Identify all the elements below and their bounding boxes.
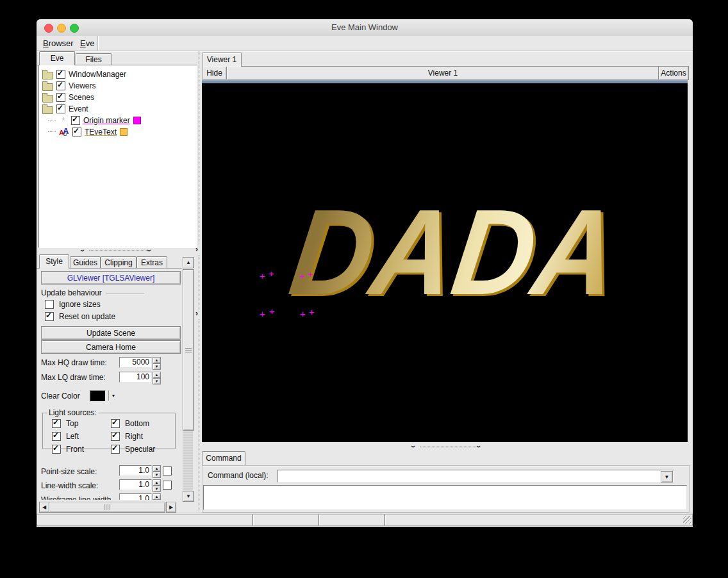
light-front-checkbox[interactable]: ✓Front [52,445,84,454]
max-hq-label: Max HQ draw time: [41,358,107,368]
status-segment [318,514,385,526]
menu-browser[interactable]: Browser [40,38,76,49]
tree-item-tevetext[interactable]: A A Ω ✓ TEveText [39,126,196,138]
tab-extras[interactable]: Extras [136,256,167,268]
update-scene-button[interactable]: Update Scene [41,326,181,340]
tab-files[interactable]: Files [76,53,112,65]
status-segment [37,514,252,526]
max-lq-spinner[interactable]: 100 ▲▼ [119,372,161,384]
command-panel: Command (local): ▼ [202,465,690,513]
tree-item-scenes[interactable]: ✓ Scenes [39,92,196,103]
scene-text: DADA [284,191,625,313]
command-combo[interactable]: ▼ [277,470,674,483]
spinner-up-icon[interactable]: ▲ [153,372,161,378]
light-bottom-checkbox[interactable]: ✓Bottom [111,419,149,428]
light-specular-checkbox[interactable]: ✓Specular [111,445,155,454]
spinner-down-icon[interactable]: ▼ [153,472,161,478]
line-width-auto-checkbox[interactable]: ✓ [163,481,172,490]
hide-button[interactable]: Hide [202,66,227,80]
tree-item-viewers[interactable]: ✓ Viewers [39,80,196,92]
combo-dropdown-icon[interactable]: ▼ [661,471,673,483]
scroll-right-icon[interactable]: ▶ [166,502,176,513]
spinner-down-icon[interactable]: ▼ [153,486,161,492]
tab-command[interactable]: Command [202,451,245,465]
viewer-title-bar[interactable]: Viewer 1 [226,66,659,80]
tree-checkbox[interactable]: ✓ [56,104,65,113]
spinner-up-icon[interactable]: ▲ [153,479,161,486]
scroll-down-icon[interactable]: ▼ [183,491,194,502]
panel-splitter[interactable] [199,51,199,244]
spinner-down-icon[interactable]: ▼ [153,363,161,370]
splitter-chevron-down-icon[interactable]: › [79,249,86,252]
light-top-checkbox[interactable]: ✓Top [52,419,78,428]
tree-item-origin-marker[interactable]: * ✓ Origin marker [39,115,196,126]
tab-guides[interactable]: Guides [70,256,101,268]
tree-checkbox[interactable]: ✓ [71,116,80,125]
camera-home-button[interactable]: Camera Home [41,340,181,354]
gl-viewport[interactable]: DADA DADA + + + + + + + + [202,83,688,442]
light-left-checkbox[interactable]: ✓Left [52,432,79,441]
cross-marker-icon: + [260,273,265,279]
folder-icon [42,83,53,91]
viewer-title: Viewer 1 [428,69,458,78]
tree-connector [48,120,56,121]
tab-style[interactable]: Style [39,254,69,268]
tab-clipping[interactable]: Clipping [101,256,136,268]
spinner-down-icon[interactable]: ▼ [153,378,161,384]
cross-marker-icon: + [308,271,313,277]
tree-item-windowmanager[interactable]: ✓ WindowManager [39,69,196,80]
reset-on-update-checkbox[interactable]: ✓ Reset on update [45,312,115,321]
splitter-dotted-line[interactable] [420,447,476,447]
spinner-up-icon[interactable]: ▲ [153,465,161,472]
tree-checkbox[interactable]: ✓ [56,81,65,90]
clear-color-swatch[interactable] [90,390,106,402]
title-bar: Eve Main Window [37,19,693,37]
vertical-scrollbar-thumb[interactable] [183,269,194,431]
tree-item-label: Event [69,104,88,113]
max-hq-spinner[interactable]: 5000 ▲▼ [119,357,161,370]
tab-viewer-1[interactable]: Viewer 1 [202,53,242,67]
tree-item-event[interactable]: ✓ Event [39,103,196,115]
tree-checkbox[interactable]: ✓ [56,70,65,79]
tree-connector [48,131,56,133]
point-size-spinner[interactable]: 1.0 ▲▼ [119,465,161,478]
spinner-up-icon[interactable]: ▲ [153,493,161,500]
ignore-sizes-checkbox[interactable]: ✓ Ignore sizes [45,300,101,309]
status-bar [37,513,693,526]
command-input[interactable] [278,470,664,482]
actions-button[interactable]: Actions [658,66,689,80]
wireframe-spinner[interactable]: 1.0 ▲▼ [119,493,161,500]
splitter-chevron-right-icon[interactable]: › [195,310,198,317]
tab-eve[interactable]: Eve [39,51,75,65]
tree-item-label: TEveText [85,128,117,136]
folder-icon [42,95,53,103]
viewer-tabline [202,66,688,67]
resize-grip-icon[interactable] [683,516,691,524]
line-width-spinner[interactable]: 1.0 ▲▼ [119,479,161,492]
splitter-chevron-right-icon[interactable]: › [195,246,198,252]
cross-marker-icon: + [300,311,306,317]
line-width-label: Line-width scale: [41,481,98,491]
eve-tree: ✓ WindowManager ✓ Viewers ✓ Scenes ✓ Eve… [38,65,197,248]
clear-color-dropdown-icon[interactable]: ▼ [108,390,118,400]
light-right-checkbox[interactable]: ✓Right [111,432,143,441]
splitter-chevron-down-icon[interactable]: › [476,445,482,448]
point-size-auto-checkbox[interactable]: ✓ [163,467,172,475]
splitter-chevron-down-icon[interactable]: › [146,249,153,252]
horizontal-scrollbar-thumb[interactable] [49,502,165,513]
splitter-chevron-down-icon[interactable]: › [410,445,417,448]
splitter-dotted-line[interactable] [89,251,148,251]
menu-divider [97,36,99,51]
glviewer-header-button[interactable]: GLViewer [TGLSAViewer] [41,271,181,285]
light-sources-group: Light sources: ✓Top ✓Bottom ✓Left ✓Right… [42,408,176,449]
status-segment [385,514,693,526]
panel-splitter[interactable] [199,319,199,511]
folder-icon [42,72,53,79]
spinner-up-icon[interactable]: ▲ [153,357,161,363]
status-segment [252,514,318,526]
tree-checkbox[interactable]: ✓ [56,93,65,102]
menu-eve[interactable]: Eve [78,38,97,49]
panel-splitter[interactable] [199,255,199,311]
cross-marker-icon: + [309,309,315,315]
tree-checkbox[interactable]: ✓ [72,128,81,136]
